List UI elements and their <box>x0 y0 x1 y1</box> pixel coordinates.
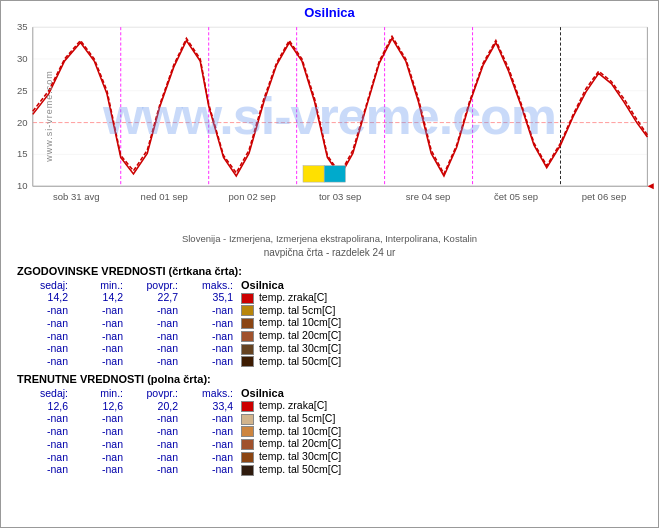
hist-color-2 <box>241 318 254 329</box>
curr-color-5 <box>241 465 254 476</box>
hist-povpr-3: -nan <box>127 329 182 342</box>
curr-sedaj-3: -nan <box>17 437 72 450</box>
col-sedaj-hist: sedaj: <box>17 279 72 291</box>
legend-row: Slovenija - Izmerjena, Izmerjena ekstrap… <box>1 231 658 246</box>
curr-text-3: temp. tal 20cm[C] <box>259 437 341 449</box>
chart-title: Osilnica <box>1 1 658 22</box>
curr-povpr-2: -nan <box>127 425 182 438</box>
svg-text:sob 31 avg: sob 31 avg <box>53 192 100 202</box>
si-logo: www.si-vreme.com <box>44 70 54 162</box>
hist-sedaj-0: 14,2 <box>17 291 72 304</box>
hist-text-3: temp. tal 20cm[C] <box>259 329 341 341</box>
curr-povpr-1: -nan <box>127 412 182 425</box>
curr-min-4: -nan <box>72 450 127 463</box>
curr-sedaj-2: -nan <box>17 425 72 438</box>
svg-text:ned 01 sep: ned 01 sep <box>141 192 188 202</box>
curr-maks-4: -nan <box>182 450 237 463</box>
hist-povpr-4: -nan <box>127 342 182 355</box>
curr-row-5: -nan -nan -nan -nan temp. tal 50cm[C] <box>17 463 642 476</box>
hist-color-1 <box>241 305 254 316</box>
legend-text: Slovenija - Izmerjena, Izmerjena ekstrap… <box>182 233 477 244</box>
osilnica-hist: Osilnica <box>237 279 642 291</box>
hist-label-1: temp. tal 5cm[C] <box>237 304 642 317</box>
hist-text-0: temp. zraka[C] <box>259 291 327 303</box>
hist-label-0: temp. zraka[C] <box>237 291 642 304</box>
svg-marker-29 <box>647 183 653 189</box>
hist-sedaj-3: -nan <box>17 329 72 342</box>
hist-row-4: -nan -nan -nan -nan temp. tal 30cm[C] <box>17 342 642 355</box>
curr-row-3: -nan -nan -nan -nan temp. tal 20cm[C] <box>17 437 642 450</box>
current-table: sedaj: min.: povpr.: maks.: Osilnica 12,… <box>17 387 642 475</box>
svg-text:15: 15 <box>17 150 28 160</box>
col-min-hist: min.: <box>72 279 127 291</box>
curr-min-5: -nan <box>72 463 127 476</box>
hist-label-5: temp. tal 50cm[C] <box>237 355 642 368</box>
svg-text:pon 02 sep: pon 02 sep <box>229 192 276 202</box>
main-container: Osilnica www.si-vreme.com www.si-vreme.c… <box>0 0 659 528</box>
curr-min-2: -nan <box>72 425 127 438</box>
hist-row-0: 14,2 14,2 22,7 35,1 temp. zraka[C] <box>17 291 642 304</box>
curr-color-4 <box>241 452 254 463</box>
hist-text-5: temp. tal 50cm[C] <box>259 355 341 367</box>
hist-sedaj-2: -nan <box>17 316 72 329</box>
hist-min-2: -nan <box>72 316 127 329</box>
hist-color-0 <box>241 293 254 304</box>
curr-label-5: temp. tal 50cm[C] <box>237 463 642 476</box>
col-povpr-curr: povpr.: <box>127 387 182 399</box>
hist-maks-2: -nan <box>182 316 237 329</box>
hist-color-5 <box>241 356 254 367</box>
curr-min-0: 12,6 <box>72 399 127 412</box>
svg-text:sre 04 sep: sre 04 sep <box>406 192 450 202</box>
svg-text:čet 05 sep: čet 05 sep <box>494 192 538 202</box>
curr-text-2: temp. tal 10cm[C] <box>259 425 341 437</box>
curr-sedaj-4: -nan <box>17 450 72 463</box>
hist-povpr-2: -nan <box>127 316 182 329</box>
curr-min-3: -nan <box>72 437 127 450</box>
hist-maks-4: -nan <box>182 342 237 355</box>
svg-text:25: 25 <box>17 86 28 96</box>
hist-row-5: -nan -nan -nan -nan temp. tal 50cm[C] <box>17 355 642 368</box>
curr-color-2 <box>241 426 254 437</box>
hist-min-1: -nan <box>72 304 127 317</box>
hist-maks-3: -nan <box>182 329 237 342</box>
svg-text:30: 30 <box>17 54 28 64</box>
hist-maks-5: -nan <box>182 355 237 368</box>
curr-maks-1: -nan <box>182 412 237 425</box>
hist-label-3: temp. tal 20cm[C] <box>237 329 642 342</box>
col-maks-hist: maks.: <box>182 279 237 291</box>
curr-maks-0: 33,4 <box>182 399 237 412</box>
curr-label-4: temp. tal 30cm[C] <box>237 450 642 463</box>
curr-row-0: 12,6 12,6 20,2 33,4 temp. zraka[C] <box>17 399 642 412</box>
chart-svg: 35 30 25 20 15 10 sob <box>1 22 658 217</box>
hist-sedaj-1: -nan <box>17 304 72 317</box>
hist-sedaj-4: -nan <box>17 342 72 355</box>
curr-label-2: temp. tal 10cm[C] <box>237 425 642 438</box>
chart-area: Osilnica www.si-vreme.com www.si-vreme.c… <box>1 1 658 231</box>
hist-min-4: -nan <box>72 342 127 355</box>
curr-label-0: temp. zraka[C] <box>237 399 642 412</box>
curr-maks-5: -nan <box>182 463 237 476</box>
curr-sedaj-0: 12,6 <box>17 399 72 412</box>
curr-text-5: temp. tal 50cm[C] <box>259 463 341 475</box>
curr-row-1: -nan -nan -nan -nan temp. tal 5cm[C] <box>17 412 642 425</box>
curr-maks-2: -nan <box>182 425 237 438</box>
hist-label-2: temp. tal 10cm[C] <box>237 316 642 329</box>
svg-text:tor 03 sep: tor 03 sep <box>319 192 361 202</box>
curr-color-3 <box>241 439 254 450</box>
curr-sedaj-5: -nan <box>17 463 72 476</box>
col-min-curr: min.: <box>72 387 127 399</box>
hist-povpr-1: -nan <box>127 304 182 317</box>
hist-text-2: temp. tal 10cm[C] <box>259 316 341 328</box>
hist-povpr-5: -nan <box>127 355 182 368</box>
curr-povpr-3: -nan <box>127 437 182 450</box>
hist-text-4: temp. tal 30cm[C] <box>259 342 341 354</box>
col-maks-curr: maks.: <box>182 387 237 399</box>
curr-povpr-4: -nan <box>127 450 182 463</box>
svg-rect-31 <box>324 166 345 182</box>
hist-povpr-0: 22,7 <box>127 291 182 304</box>
hist-row-2: -nan -nan -nan -nan temp. tal 10cm[C] <box>17 316 642 329</box>
svg-text:20: 20 <box>17 118 28 128</box>
curr-text-4: temp. tal 30cm[C] <box>259 450 341 462</box>
curr-row-4: -nan -nan -nan -nan temp. tal 30cm[C] <box>17 450 642 463</box>
hist-color-4 <box>241 344 254 355</box>
